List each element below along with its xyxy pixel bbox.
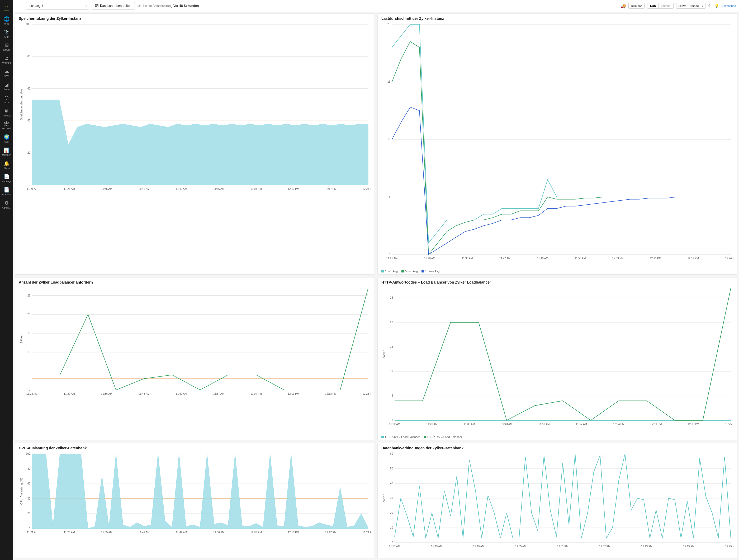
svg-text:0: 0 bbox=[392, 541, 393, 544]
svg-text:11:56 AM: 11:56 AM bbox=[213, 531, 225, 534]
svg-text:20: 20 bbox=[388, 23, 391, 26]
sidebar-item-alibaba[interactable]: ☯Alibaba bbox=[0, 106, 13, 119]
dark-mode-toggle[interactable]: ☾ bbox=[708, 3, 712, 8]
sidebar-item-berichte[interactable]: 📑Berichte bbox=[0, 185, 13, 198]
panels-grid: Speichernutzung der Zylker-Instanz 02040… bbox=[13, 12, 739, 560]
svg-text:12:07 PM: 12:07 PM bbox=[599, 545, 610, 548]
svg-text:30: 30 bbox=[390, 497, 393, 500]
metrics-icon: 📊 bbox=[4, 147, 9, 153]
svg-text:100: 100 bbox=[26, 23, 30, 26]
sidebar-item-server[interactable]: 🖥Server bbox=[0, 40, 13, 53]
svg-text:11:56 AM: 11:56 AM bbox=[575, 257, 586, 260]
svg-text:Zählen: Zählen bbox=[20, 334, 23, 343]
page-tips-link[interactable]: Seitentipps bbox=[722, 4, 736, 7]
svg-text:11:49 AM: 11:49 AM bbox=[176, 187, 187, 190]
edit-dashboard-button[interactable]: Dashboard bearbeiten bbox=[92, 2, 135, 9]
svg-text:20: 20 bbox=[27, 151, 31, 154]
svg-text:CPU-Auslastung (%): CPU-Auslastung (%) bbox=[20, 478, 23, 505]
sidebar-item-aws[interactable]: ☁AWS bbox=[0, 66, 13, 80]
legend-item[interactable]: 5 min Avg bbox=[402, 270, 418, 273]
panel-title: HTTP-Antwortcodes – Load Balancer von Zy… bbox=[382, 280, 733, 284]
svg-text:12:18 PM: 12:18 PM bbox=[688, 423, 699, 426]
svg-text:60: 60 bbox=[27, 482, 31, 485]
svg-text:11:29 AM: 11:29 AM bbox=[63, 392, 75, 395]
chart-legend: HTTP 4xx – Load BalancerHTTP 5xx – Load … bbox=[382, 435, 733, 439]
svg-text:12:10 PM: 12:10 PM bbox=[650, 257, 661, 260]
svg-text:25: 25 bbox=[390, 296, 393, 299]
svg-text:10: 10 bbox=[388, 138, 391, 141]
sidebar-item-metriken[interactable]: 📊Metriken bbox=[0, 145, 13, 158]
svg-text:11:50 AM: 11:50 AM bbox=[176, 392, 187, 395]
svg-text:11:43 AM: 11:43 AM bbox=[501, 423, 512, 426]
binoculars-icon: 🔭 bbox=[4, 29, 9, 35]
refresh-button[interactable]: ⟳ bbox=[138, 4, 141, 8]
svg-text:12:25 PM: 12:25 PM bbox=[725, 423, 733, 426]
svg-text:11:55 AM: 11:55 AM bbox=[515, 545, 526, 548]
sidebar-item-azure[interactable]: ◢Azure bbox=[0, 80, 13, 93]
sidebar-item-netzwerk[interactable]: 🕸Netzwerk bbox=[0, 119, 13, 132]
svg-text:40: 40 bbox=[27, 119, 31, 122]
sidebar-item-apm[interactable]: 🔭APM bbox=[0, 27, 13, 40]
sidebar-item-applogs[interactable]: 📄AppLogs bbox=[0, 172, 13, 185]
reports-icon: 📑 bbox=[4, 187, 9, 193]
svg-text:11:57 AM: 11:57 AM bbox=[213, 392, 225, 395]
svg-text:15: 15 bbox=[390, 345, 393, 348]
svg-text:20: 20 bbox=[27, 512, 31, 515]
sidebar-item-rum[interactable]: 🌍RUM bbox=[0, 132, 13, 145]
legend-item[interactable]: HTTP 4xx – Load Balancer bbox=[382, 435, 420, 439]
legend-item[interactable]: HTTP 5xx – Load Balancer bbox=[424, 435, 462, 439]
granularity-hour[interactable]: Stunde bbox=[659, 3, 673, 8]
sidebar-item-alarm[interactable]: 🔔Alarm bbox=[0, 158, 13, 172]
dashboard-selector[interactable]: Lichtsegel bbox=[26, 2, 89, 9]
bell-icon: 🔔 bbox=[4, 160, 9, 166]
panel-load-average: Lastdurchschnitt der Zylker-Instanz 0510… bbox=[378, 13, 737, 275]
logs-icon: 📄 bbox=[4, 174, 9, 179]
svg-text:11:29 AM: 11:29 AM bbox=[426, 423, 437, 426]
sidebar-item-label: Netzwerk bbox=[2, 127, 12, 130]
sidebar-item-label: AppLogs bbox=[2, 180, 11, 183]
legend-item[interactable]: 1 min Avg bbox=[382, 270, 398, 273]
sidebar-item-vmware[interactable]: 🗂VMware bbox=[0, 53, 13, 66]
sidebar-item-label: Heim bbox=[4, 9, 9, 12]
sidebar-item-label: Admini... bbox=[2, 206, 11, 209]
svg-text:5: 5 bbox=[389, 195, 390, 198]
delivery-icon[interactable]: 🚚 bbox=[620, 3, 626, 8]
chart-memory-usage: 02040608010011:21 A..11:28 AM11:35 AM11:… bbox=[19, 22, 371, 273]
svg-text:0: 0 bbox=[29, 527, 30, 530]
svg-text:10: 10 bbox=[390, 526, 393, 529]
back-button[interactable]: ← bbox=[16, 3, 23, 9]
sidebar-item-gcp[interactable]: ⬡GCP bbox=[0, 93, 13, 106]
svg-text:50: 50 bbox=[390, 467, 393, 470]
svg-text:11:57 AM: 11:57 AM bbox=[576, 423, 587, 426]
share-button[interactable]: Teile das bbox=[628, 3, 644, 9]
svg-text:12:25 PM: 12:25 PM bbox=[362, 392, 371, 395]
svg-text:12:04 PM: 12:04 PM bbox=[251, 392, 262, 395]
sidebar-item-web[interactable]: 🌐Web bbox=[0, 14, 13, 27]
svg-text:12:25 PM: 12:25 PM bbox=[725, 545, 733, 548]
svg-text:12:17 PM: 12:17 PM bbox=[325, 187, 336, 190]
svg-text:11:42 AM: 11:42 AM bbox=[139, 531, 150, 534]
svg-text:12:17 PM: 12:17 PM bbox=[688, 257, 699, 260]
panel-cpu-usage: CPU-Auslastung der Zylker-Datenbank 0204… bbox=[15, 443, 375, 558]
time-range-label: Letzte 1 Stunde bbox=[679, 4, 699, 7]
svg-text:12:18 PM: 12:18 PM bbox=[325, 392, 336, 395]
chart-request-count: 051015202511:22 AM11:29 AM11:36 AM11:43 … bbox=[19, 285, 371, 439]
svg-text:11:42 AM: 11:42 AM bbox=[139, 187, 150, 190]
svg-text:25: 25 bbox=[27, 294, 31, 297]
svg-text:11:37 AM: 11:37 AM bbox=[389, 545, 400, 548]
svg-text:0: 0 bbox=[29, 183, 30, 186]
granularity-raw[interactable]: Roh bbox=[647, 3, 658, 8]
svg-text:12:11 PM: 12:11 PM bbox=[650, 423, 662, 426]
topbar: ← Lichtsegel Dashboard bearbeiten ⟳ Letz… bbox=[13, 0, 739, 12]
sidebar-item-heim[interactable]: ⌂Heim bbox=[0, 1, 13, 14]
svg-text:12:01 PM: 12:01 PM bbox=[557, 545, 569, 548]
sidebar-item-admini[interactable]: ⚙Admini... bbox=[0, 198, 13, 211]
chart-http-codes: 051015202511:22 AM11:29 AM11:36 AM11:43 … bbox=[382, 285, 733, 434]
time-range-selector[interactable]: Letzte 1 Stunde bbox=[676, 3, 706, 9]
admin-icon: ⚙ bbox=[4, 200, 9, 206]
sidebar-item-label: APM bbox=[4, 36, 9, 38]
svg-text:11:43 AM: 11:43 AM bbox=[431, 545, 442, 548]
alibaba-icon: ☯ bbox=[4, 108, 9, 114]
legend-item[interactable]: 15 min Avg bbox=[422, 270, 439, 273]
svg-text:11:21 A..: 11:21 A.. bbox=[27, 187, 37, 190]
